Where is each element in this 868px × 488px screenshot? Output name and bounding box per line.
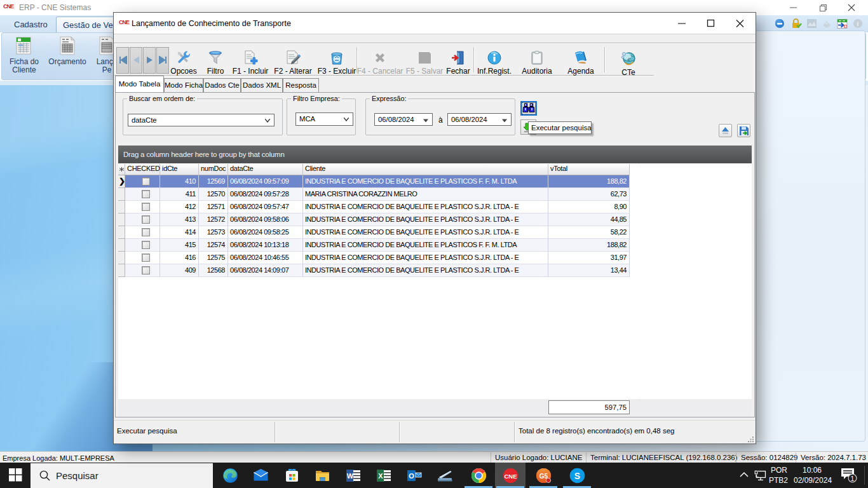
svg-text:S: S xyxy=(574,471,580,481)
svg-text:CNE: CNE xyxy=(504,473,517,480)
svg-text:1: 1 xyxy=(851,475,855,482)
svg-text:O: O xyxy=(409,472,414,480)
svg-text:W: W xyxy=(347,472,354,480)
svg-text:e: e xyxy=(628,55,631,62)
svg-text:G5: G5 xyxy=(539,473,548,480)
svg-text:X: X xyxy=(378,472,383,480)
svg-text:i: i xyxy=(857,20,859,27)
